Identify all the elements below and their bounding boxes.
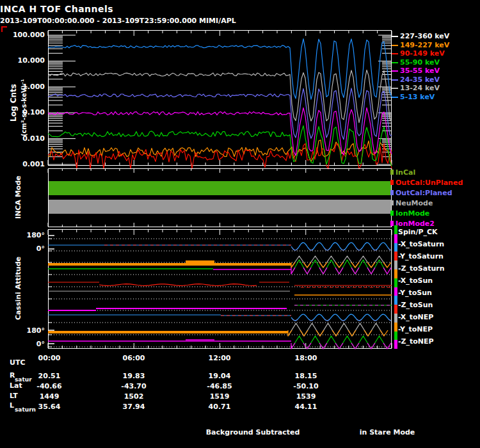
- legend-label: 35-55 keV: [400, 67, 440, 75]
- time-range-subtitle: 2013-109T00:00:00.000 - 2013-109T23:59:0…: [0, 17, 480, 25]
- legend-label: 227-360 keV: [400, 32, 449, 40]
- time-tick-label: 00:00: [27, 354, 72, 362]
- y-axis-units: (cm²-sr-s-keV)⁻¹: [20, 79, 28, 136]
- legend-item: 13-24 keV: [392, 84, 480, 92]
- legend-swatch: [392, 62, 398, 63]
- ephemeris-value: 19.04: [197, 372, 242, 380]
- mode-label: IonMode: [396, 209, 429, 218]
- time-tick-label: 12:00: [197, 354, 242, 362]
- attitude-trace-label: -X_toNEP: [398, 313, 480, 321]
- mode-swatch: [390, 200, 394, 205]
- ephemeris-value: 20.51: [27, 372, 72, 380]
- legend-swatch: [392, 70, 398, 72]
- cassini-attitude-panel: [48, 229, 392, 349]
- mode-item: IonMode: [390, 209, 480, 218]
- ephemeris-row-label: Lat: [10, 381, 22, 390]
- legend-item: 35-55 keV: [392, 67, 480, 75]
- legend-item: 5-13 keV: [392, 93, 480, 101]
- legend-swatch: [392, 97, 398, 98]
- attitude-strip-segment: [394, 340, 397, 349]
- legend-item: 55-90 keV: [392, 58, 480, 67]
- attitude-strip-segment: [394, 305, 397, 314]
- time-tick-label: 18:00: [284, 354, 328, 362]
- attitude-ytick: 0°: [0, 244, 45, 253]
- mode-item: IonMode2: [390, 219, 480, 228]
- mode-label: OutCal:UnPlaned: [396, 179, 463, 187]
- attitude-strip-segment: [394, 287, 397, 296]
- attitude-trace-label: -Y_toSun: [398, 289, 480, 297]
- attitude-trace-label: -Y_toNEP: [398, 325, 480, 333]
- attitude-ytick: 0°: [0, 340, 45, 348]
- legend-swatch: [392, 53, 398, 54]
- legend-swatch: [392, 36, 398, 37]
- mode-swatch: [390, 180, 394, 185]
- attitude-trace-label: -X_toSun: [398, 276, 480, 285]
- attitude-trace-label: -Y_toSaturn: [398, 252, 480, 260]
- footer-background-note: Background Subtracted: [192, 428, 314, 436]
- mode-swatch: [390, 221, 394, 226]
- legend-swatch: [392, 88, 398, 89]
- mode-swatch: [390, 170, 394, 175]
- mode-swatch: [390, 211, 394, 216]
- attitude-strip-segment: [394, 260, 397, 269]
- mode-item: NeuMode: [390, 198, 480, 207]
- legend-item: 227-360 keV: [392, 32, 480, 40]
- attitude-trace-label: -X_toSaturn: [398, 240, 480, 248]
- mode-axis-title: INCA Mode: [14, 175, 22, 219]
- attitude-strip-segment: [394, 278, 397, 287]
- attitude-strip-segment: [394, 252, 397, 260]
- inca-mode-panel: [48, 168, 392, 227]
- page-title: INCA H TOF Channels: [0, 4, 480, 14]
- mode-item: OutCal:UnPlaned: [390, 178, 480, 187]
- ytick-label: 0.001: [0, 160, 45, 168]
- ephemeris-value: 18.15: [284, 372, 328, 380]
- mode-label: IonMode2: [396, 220, 435, 228]
- tof-channels-panel: [48, 30, 392, 166]
- attitude-trace-label: -Z_toSun: [398, 301, 480, 309]
- attitude-trace-label: Spin/P_CK: [398, 228, 480, 236]
- ephemeris-value: 44.11: [284, 403, 328, 411]
- mode-item: InCal: [390, 168, 480, 177]
- legend-label: 149-227 keV: [400, 41, 449, 49]
- ytick-label: 100.000: [0, 31, 45, 39]
- ephemeris-row-label: L: [10, 401, 14, 410]
- ephemeris-value: -40.66: [27, 382, 72, 390]
- ephemeris-value: 1539: [284, 392, 328, 401]
- ephemeris-value: 1449: [27, 392, 72, 401]
- ephemeris-row-label: LT: [10, 392, 18, 400]
- footer-mode-note: in Stare Mode: [346, 428, 429, 436]
- legend-item: 24-35 keV: [392, 76, 480, 84]
- legend-label: 90-149 keV: [400, 49, 445, 58]
- legend-item: 90-149 keV: [392, 49, 480, 58]
- ephemeris-value: -43.70: [111, 382, 156, 390]
- legend-label: 13-24 keV: [400, 84, 440, 92]
- attitude-trace-label: -Z_toNEP: [398, 337, 480, 346]
- mode-item: OutCal:Planed: [390, 188, 480, 197]
- ephemeris-value: 1519: [197, 392, 242, 401]
- attitude-strip-segment: [394, 314, 397, 323]
- attitude-ytick: 180°: [0, 231, 45, 239]
- ephemeris-value: -46.85: [197, 382, 242, 390]
- y-axis-title: Log Cnts: [9, 84, 18, 122]
- attitude-strip-segment: [394, 243, 397, 252]
- legend-item: 149-227 keV: [392, 41, 480, 49]
- ephemeris-value: 37.94: [111, 403, 156, 411]
- attitude-strip-segment: [394, 234, 397, 243]
- ephemeris-value: 40.71: [197, 403, 242, 411]
- ephemeris-value: 1502: [111, 392, 156, 401]
- legend-label: 5-13 keV: [400, 93, 435, 101]
- mode-swatch: [390, 190, 394, 195]
- attitude-strip-segment: [394, 323, 397, 332]
- mode-label: OutCal:Planed: [396, 189, 452, 197]
- attitude-trace-label: -Z_toSaturn: [398, 264, 480, 273]
- ephemeris-value: -50.10: [284, 382, 328, 390]
- attitude-strip-segment: [394, 296, 397, 305]
- attitude-strip-segment: [394, 225, 397, 234]
- attitude-strip-segment: [394, 269, 397, 278]
- plot-page: INCA H TOF Channels 2013-109T00:00:00.00…: [0, 0, 480, 448]
- mode-label: InCal: [396, 168, 415, 177]
- utc-axis-label: UTC: [10, 358, 26, 367]
- legend-swatch: [392, 45, 398, 46]
- ytick-label: 10.000: [0, 56, 45, 65]
- attitude-color-strip: [394, 225, 397, 349]
